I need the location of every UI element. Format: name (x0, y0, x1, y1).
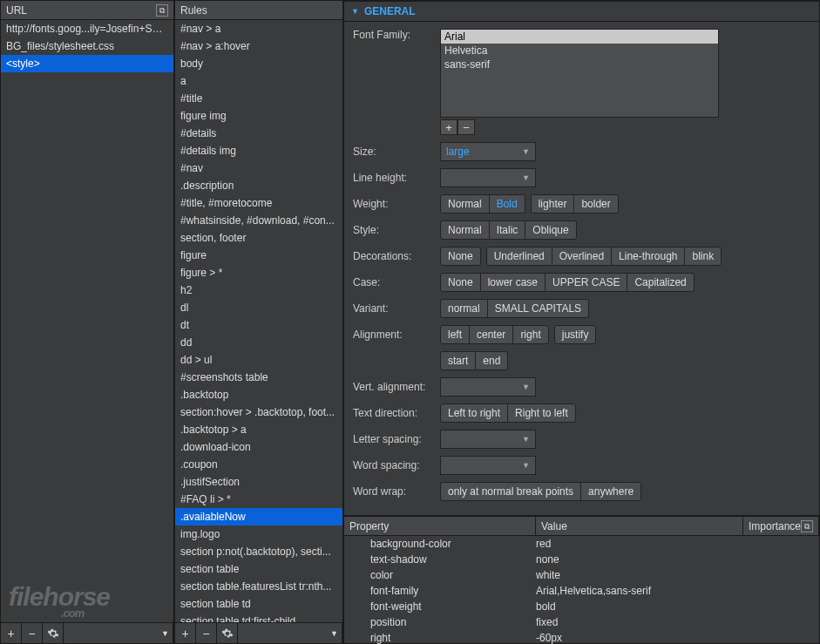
toggle-option[interactable]: end (476, 352, 507, 369)
toggle-option[interactable]: anywhere (581, 483, 640, 500)
rule-item[interactable]: section, footer (175, 229, 342, 247)
rule-item[interactable]: #title (175, 90, 342, 107)
header-property[interactable]: Property (344, 517, 536, 535)
add-button[interactable]: + (175, 623, 196, 644)
url-item[interactable]: <style> (1, 55, 173, 72)
toggle-option[interactable]: justify (555, 326, 596, 343)
size-select[interactable]: large▼ (440, 142, 536, 161)
rule-item[interactable]: #whatsinside, #download, #con... (175, 212, 342, 229)
toggle-option[interactable]: None (441, 274, 481, 291)
toggle-option[interactable]: left (441, 326, 470, 343)
font-option[interactable]: Arial (441, 30, 718, 44)
rule-item[interactable]: dt (175, 316, 342, 334)
word-spacing-select[interactable]: ▼ (440, 456, 536, 475)
toggle-option[interactable]: None (441, 247, 480, 265)
dropdown-icon[interactable]: ▼ (327, 623, 342, 644)
toggle-option[interactable]: Left to right (441, 404, 508, 422)
rule-item[interactable]: h2 (175, 281, 342, 299)
toggle-option[interactable]: start (441, 352, 476, 369)
rule-item[interactable]: dd (175, 334, 342, 351)
rule-item[interactable]: #details img (175, 142, 342, 159)
rule-item[interactable]: figure > * (175, 264, 342, 281)
remove-font-button[interactable]: − (457, 119, 475, 135)
toggle-option[interactable]: blink (685, 247, 721, 265)
rule-item[interactable]: body (175, 55, 342, 72)
rule-item[interactable]: .availableNow (175, 508, 342, 525)
popout-icon[interactable]: ⧉ (801, 520, 813, 532)
add-button[interactable]: + (1, 623, 22, 644)
toggle-option[interactable]: SMALL CAPITALS (488, 300, 588, 317)
property-row[interactable]: font-weightbold (344, 599, 819, 614)
letter-spacing-select[interactable]: ▼ (440, 430, 536, 449)
header-value[interactable]: Value (536, 517, 743, 535)
url-item[interactable]: http://fonts.goog...ily=Josefin+Sans (1, 20, 173, 37)
toggle-option[interactable]: bolder (574, 195, 617, 213)
toggle-option[interactable]: Overlined (552, 247, 612, 265)
toggle-option[interactable]: Underlined (487, 247, 552, 265)
vert-align-select[interactable]: ▼ (440, 377, 536, 397)
remove-button[interactable]: − (22, 623, 43, 644)
toggle-option[interactable]: lighter (532, 195, 575, 213)
toggle-option[interactable]: UPPER CASE (546, 274, 627, 291)
toggle-option[interactable]: right (513, 326, 547, 343)
general-section-header[interactable]: ▼ GENERAL (344, 1, 819, 22)
rule-item[interactable]: .justifSection (175, 473, 342, 491)
rule-item[interactable]: .coupon (175, 456, 342, 473)
rule-item[interactable]: section:hover > .backtotop, foot... (175, 403, 342, 421)
rule-item[interactable]: .backtotop > a (175, 421, 342, 438)
toggle-option[interactable]: Normal (441, 195, 490, 213)
rules-list[interactable]: #nav > a#nav > a:hoverbodya#titlefigure … (175, 20, 342, 622)
rule-item[interactable]: section table.featuresList tr:nth... (175, 578, 342, 595)
popout-icon[interactable]: ⧉ (156, 4, 168, 17)
font-option[interactable]: sans-serif (441, 58, 718, 71)
rule-item[interactable]: dd > ul (175, 351, 342, 369)
font-family-list[interactable]: ArialHelveticasans-serif (440, 29, 719, 118)
property-row[interactable]: background-colorred (344, 536, 819, 552)
toggle-option[interactable]: Italic (490, 221, 526, 239)
header-importance[interactable]: Importance (749, 517, 801, 536)
rule-item[interactable]: #nav > a:hover (175, 37, 342, 55)
property-row[interactable]: colorwhite (344, 567, 819, 583)
toggle-option[interactable]: center (470, 326, 513, 343)
toggle-option[interactable]: only at normal break points (441, 483, 581, 500)
toggle-option[interactable]: Line-through (612, 247, 685, 265)
rule-item[interactable]: section p:not(.backtotop), secti... (175, 543, 342, 560)
toggle-option[interactable]: Right to left (508, 404, 575, 422)
rule-item[interactable]: .download-icon (175, 438, 342, 456)
toggle-option[interactable]: Oblique (525, 221, 575, 239)
toggle-option[interactable]: lower case (481, 274, 546, 291)
property-row[interactable]: right-60px (344, 630, 819, 644)
rule-item[interactable]: a (175, 72, 342, 90)
property-row[interactable]: font-familyArial,Helvetica,sans-serif (344, 583, 819, 599)
rule-item[interactable]: #title, #moretocome (175, 194, 342, 212)
rule-item[interactable]: #details (175, 125, 342, 142)
url-item[interactable]: BG_files/stylesheet.css (1, 37, 173, 55)
property-row[interactable]: positionfixed (344, 614, 819, 630)
rule-item[interactable]: section table td:first-child (175, 613, 342, 622)
rule-item[interactable]: #FAQ li > * (175, 491, 342, 508)
dropdown-icon[interactable]: ▼ (158, 623, 173, 644)
line-height-select[interactable]: ▼ (440, 168, 536, 187)
rule-item[interactable]: #screenshots table (175, 369, 342, 386)
add-font-button[interactable]: + (440, 119, 457, 135)
url-list[interactable]: http://fonts.goog...ily=Josefin+SansBG_f… (1, 20, 173, 622)
toggle-option[interactable]: Bold (490, 195, 525, 213)
toggle-option[interactable]: normal (441, 300, 488, 317)
rule-item[interactable]: figure (175, 247, 342, 264)
gear-icon[interactable] (217, 623, 238, 644)
rule-item[interactable]: dl (175, 299, 342, 316)
font-option[interactable]: Helvetica (441, 44, 718, 58)
props-body[interactable]: background-colorredtext-shadownonecolorw… (344, 536, 819, 644)
remove-button[interactable]: − (196, 623, 217, 644)
rule-item[interactable]: #nav (175, 159, 342, 177)
rule-item[interactable]: img.logo (175, 525, 342, 543)
rule-item[interactable]: figure img (175, 107, 342, 125)
rule-item[interactable]: .backtotop (175, 386, 342, 403)
rule-item[interactable]: section table td (175, 595, 342, 613)
toggle-option[interactable]: Normal (441, 221, 490, 239)
gear-icon[interactable] (43, 623, 64, 644)
rule-item[interactable]: .description (175, 177, 342, 194)
rule-item[interactable]: section table (175, 560, 342, 578)
toggle-option[interactable]: Capitalized (627, 274, 693, 291)
property-row[interactable]: text-shadownone (344, 552, 819, 567)
